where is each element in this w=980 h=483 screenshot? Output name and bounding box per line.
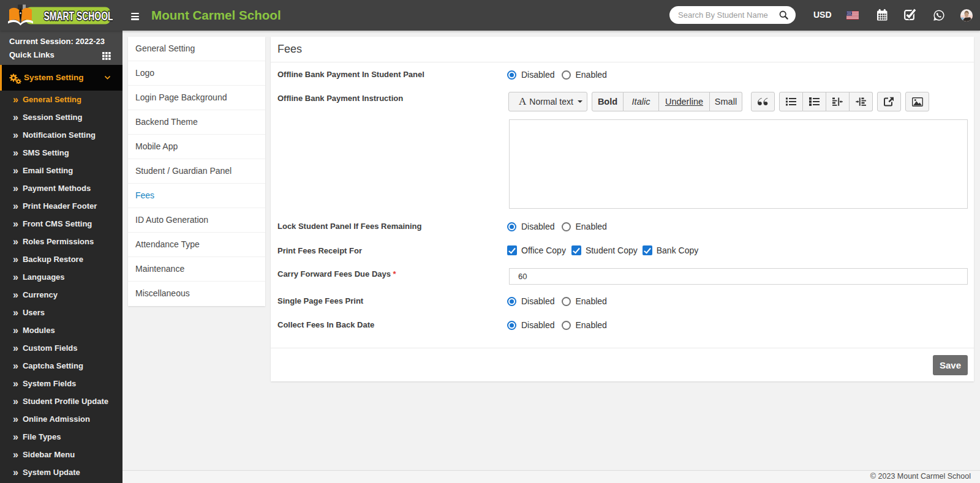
svg-text:SMART SCHOOL: SMART SCHOOL xyxy=(44,9,113,23)
